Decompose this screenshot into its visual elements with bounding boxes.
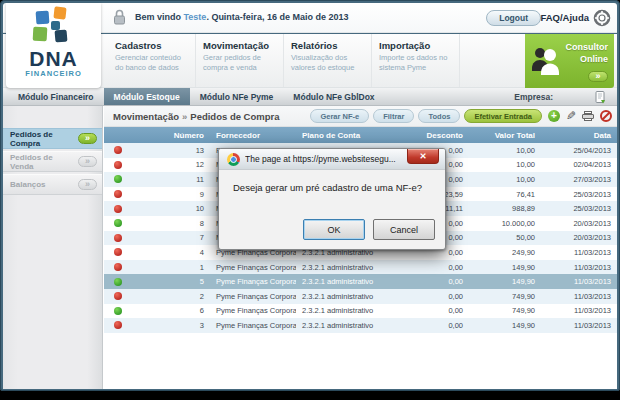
status-dot-icon	[114, 161, 122, 169]
status-dot-icon	[114, 190, 122, 198]
cell-data: 25/04/2013	[541, 146, 617, 155]
cell-desconto: 0,00	[407, 277, 469, 286]
welcome-prefix: Bem vindo	[135, 12, 181, 22]
cell-numero: 1	[138, 263, 210, 272]
cell-data: 25/03/2013	[541, 204, 617, 213]
table-row[interactable]: 6 Pyme Finanças Corporativas 2.3.2.1 adm…	[104, 304, 617, 319]
cell-numero: 6	[138, 306, 210, 315]
cell-data: 11/03/2013	[541, 248, 617, 257]
menu-item[interactable]: Importação Importe os dados no sistema P…	[372, 34, 460, 87]
table-row[interactable]: 1 Pyme Finanças Corporativas 2.3.2.1 adm…	[104, 260, 617, 275]
cell-data: 27/03/2013	[541, 175, 617, 184]
efetivar-entrada-button[interactable]: Efetivar Entrada	[464, 109, 542, 123]
cell-data: 11/03/2013	[541, 277, 617, 286]
status-dot-icon	[114, 278, 122, 286]
module-tab[interactable]: Módulo NFe Pyme	[190, 88, 284, 105]
toolbar-button[interactable]: Todos	[418, 109, 460, 123]
cell-numero: 9	[138, 190, 210, 199]
menu-item[interactable]: Movimentação Gerar pedidos de compra e v…	[196, 34, 284, 87]
empresa-label: Empresa:	[514, 92, 553, 102]
table-header: Número Fornecedor Plano de Conta Descont…	[104, 127, 617, 143]
cell-valor: 749,90	[469, 292, 541, 301]
dialog-titlebar: The page at https://pyme.websitesegu... …	[219, 149, 445, 170]
sidebar-item[interactable]: Pedidos de Compra »	[3, 128, 102, 149]
table-row[interactable]: 3 Pyme Finanças Corporativas 2.3.2.1 adm…	[104, 318, 617, 333]
menu-item-label: Cadastros	[115, 40, 189, 51]
cell-desconto: 0,00	[407, 306, 469, 315]
cell-numero: 11	[138, 175, 210, 184]
logo-title: DNA	[6, 49, 101, 69]
consultor-online-label: Consultor Online	[566, 42, 609, 65]
cell-numero: 12	[138, 160, 210, 169]
logout-button[interactable]: Logout	[486, 10, 541, 26]
logo-subtitle: FINANCEIRO	[6, 69, 101, 78]
cell-valor: 50,00	[469, 233, 541, 242]
lifering-help-icon	[593, 9, 611, 27]
dialog-title: The page at https://pyme.websitesegu...	[245, 154, 401, 164]
cancel-block-icon[interactable]	[600, 110, 612, 122]
consultor-chevron-button[interactable]: »	[588, 71, 608, 82]
cell-valor: 988,89	[469, 204, 541, 213]
module-tab[interactable]: Módulo Estoque	[104, 88, 190, 105]
cell-desconto: 0,00	[407, 292, 469, 301]
welcome-text: Bem vindo Teste. Quinta-feira, 16 de Mai…	[135, 12, 348, 22]
chevron-right-icon: »	[78, 179, 97, 190]
sidebar: Pedidos de Compra » Pedidos de Venda » B…	[3, 106, 103, 389]
cell-valor: 10,00	[469, 160, 541, 169]
cancel-button[interactable]: Cancel	[373, 219, 435, 240]
close-icon[interactable]: ✕	[407, 149, 439, 164]
cell-valor: 149,90	[469, 263, 541, 272]
cell-data: 11/03/2013	[541, 263, 617, 272]
dialog-message: Deseja gerar um pré cadastro de uma NF-e…	[233, 182, 435, 193]
confirm-dialog: The page at https://pyme.websitesegu... …	[218, 148, 446, 250]
breadcrumb-separator: »	[182, 111, 187, 122]
ok-button[interactable]: OK	[303, 219, 365, 240]
sidebar-item[interactable]: Balanços »	[3, 174, 102, 195]
cell-plano: 2.3.2.1 administrativo	[296, 321, 407, 330]
cell-valor: 10,00	[469, 146, 541, 155]
status-dot-icon	[114, 307, 122, 315]
menu-item-description: Gerenciar conteúdo do banco de dados	[115, 53, 189, 73]
chrome-icon	[227, 153, 240, 166]
menu-item[interactable]: Relatórios Visualização dos valores do e…	[284, 34, 372, 87]
consultor-online-banner[interactable]: Consultor Online »	[525, 34, 614, 88]
menu-item-label: Movimentação	[203, 40, 277, 51]
print-icon[interactable]	[582, 111, 594, 121]
cell-numero: 7	[138, 233, 210, 242]
page-toolbar: Movimentação»Pedidos de Compra Gerar NF-…	[104, 106, 617, 127]
cell-desconto: 0,00	[407, 321, 469, 330]
cell-plano: 2.3.2.1 administrativo	[296, 292, 407, 301]
status-dot-icon	[114, 205, 122, 213]
cell-valor: 149,90	[469, 321, 541, 330]
page-title: Pedidos de Compra	[190, 111, 279, 122]
edit-pencil-icon[interactable]: ✎	[566, 110, 576, 122]
breadcrumb: Movimentação»Pedidos de Compra	[113, 111, 306, 122]
lock-icon	[113, 9, 126, 25]
col-valor: Valor Total	[469, 131, 541, 140]
toolbar-button[interactable]: Gerar NF-e	[310, 109, 369, 123]
col-numero: Número	[138, 131, 210, 140]
sidebar-item[interactable]: Pedidos de Venda »	[3, 151, 102, 172]
sidebar-item-label: Pedidos de Venda	[10, 153, 78, 171]
col-plano: Plano de Conta	[296, 131, 407, 140]
status-dot-icon	[114, 248, 122, 256]
cell-data: 11/03/2013	[541, 306, 617, 315]
brand-logo: DNA FINANCEIRO	[6, 3, 101, 88]
col-desconto: Desconto	[407, 131, 469, 140]
people-icon	[529, 44, 563, 78]
module-tab[interactable]: Módulo NFe GblDox	[283, 88, 384, 105]
module-tab[interactable]: Módulo Financeiro	[8, 88, 104, 105]
table-row[interactable]: 5 Pyme Finanças Corporativas 2.3.2.1 adm…	[104, 274, 617, 289]
cell-fornecedor: Pyme Finanças Corporativas	[210, 292, 296, 301]
export-document-icon[interactable]	[595, 91, 607, 104]
menu-item[interactable]: Cadastros Gerenciar conteúdo do banco de…	[108, 34, 196, 87]
add-icon[interactable]: +	[548, 110, 560, 122]
cell-valor: 76,41	[469, 190, 541, 199]
cell-numero: 3	[138, 321, 210, 330]
toolbar-button[interactable]: Filtrar	[373, 109, 414, 123]
cell-data: 02/04/2013	[541, 160, 617, 169]
cell-valor: 10.000,00	[469, 219, 541, 228]
faq-help-link[interactable]: FAQ/Ajuda	[540, 12, 589, 23]
table-row[interactable]: 2 Pyme Finanças Corporativas 2.3.2.1 adm…	[104, 289, 617, 304]
cell-numero: 10	[138, 204, 210, 213]
